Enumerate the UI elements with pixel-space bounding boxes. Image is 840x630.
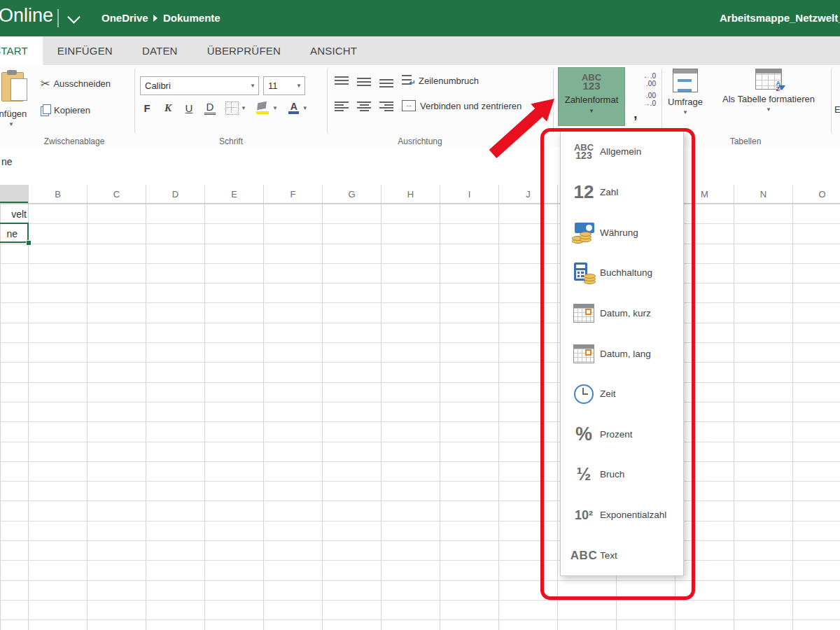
scissors-icon: ✂ [41,77,50,90]
cell-a2-text[interactable]: ne [0,225,18,243]
borders-button[interactable]: ▼ [225,102,246,115]
align-right-button[interactable] [379,102,393,113]
number-format-menu-item[interactable]: ABC Text [561,535,683,575]
paste-button[interactable]: Einfügen ▼ [0,69,32,129]
number-format-menu-item[interactable]: 10² Exponentialzahl [561,495,683,536]
cell-grid[interactable] [0,204,840,630]
fill-handle[interactable] [26,240,31,246]
number-format-menu-item[interactable]: ½ Bruch [561,454,683,495]
number-format-menu-item[interactable]: Datum, lang [561,333,683,374]
font-family-value: Calibri [141,80,247,91]
number-format-menu-item[interactable]: ABC 123 Allgemein [561,132,683,172]
number-format-menu-item[interactable]: Währung [561,212,683,253]
align-middle-button[interactable] [357,76,371,88]
clipboard-group-label: Zwischenablage [14,136,134,146]
paste-dropdown-arrow[interactable]: ▼ [8,122,14,127]
number-format-menu-item[interactable]: Zeit [561,374,683,414]
app-brand: Online [0,5,53,27]
wrap-text-label: Zeilenumbruch [419,76,479,86]
column-header[interactable]: E [204,185,263,203]
column-header[interactable]: F [263,185,322,203]
format-glyph-icon: 10² [575,509,593,522]
cell-a1-text[interactable]: velt [0,205,27,223]
copy-button[interactable]: Kopieren [41,104,90,115]
currency-icon [571,222,596,244]
cut-button[interactable]: ✂ Ausschneiden [41,77,111,90]
font-size-select[interactable]: 11 ▼ [263,76,305,95]
document-title[interactable]: Arbeitsmappe_Netzwelt_T [720,12,840,24]
breadcrumb-dokumente[interactable]: Dokumente [163,12,220,24]
chevron-down-icon: ▼ [714,107,823,113]
increase-decimal-button[interactable]: ←.0 .00 [628,72,656,88]
borders-icon [225,102,239,115]
breadcrumb-onedrive[interactable]: OneDrive [102,12,148,24]
number-format-menu-item[interactable]: Buchhaltung [561,253,683,293]
copy-label: Kopieren [54,105,90,115]
number-format-menu-item[interactable]: 12 Zahl [561,172,683,213]
format-as-table-button[interactable]: AZ Als Tabelle formatieren ▼ [714,69,823,113]
clipboard-paste-icon [1,70,28,102]
number-format-menu-item[interactable]: Datum, kurz [561,293,683,334]
column-header[interactable]: G [322,185,381,203]
column-header[interactable]: C [87,185,146,203]
chevron-down-icon: ▼ [247,83,258,89]
group-separator [553,69,554,133]
ribbon-tab-bar: START EINFÜGEN DATEN ÜBERPRÜFEN ANSICHT … [0,36,840,65]
italic-button[interactable]: K [162,102,174,114]
column-headers: B C D E F G H I J K L M [0,185,840,204]
ribbon-tab-label: ÜBERPRÜFEN [207,45,281,57]
bold-button[interactable]: F [141,102,153,114]
wrap-text-icon [402,75,414,86]
column-header[interactable]: O [792,185,840,203]
ribbon-tab[interactable]: EINFÜGEN [43,36,127,65]
decrease-decimal-button[interactable]: .00 →.0 [628,92,656,107]
ribbon-tab[interactable]: ÜBERPRÜFEN [192,36,295,65]
formula-bar[interactable]: ne [0,148,840,178]
ribbon-tab[interactable]: START [0,36,43,65]
app-header-bar: Online OneDrive Dokumente Arbeitsmappe_N… [0,0,840,36]
number-format-menu-item[interactable]: % Prozent [561,414,683,454]
column-header[interactable]: J [498,185,557,203]
group-separator [662,69,662,133]
align-left-button[interactable] [335,102,349,113]
merge-center-button[interactable]: ↔ Verbinden und zentrieren [402,100,522,111]
column-header[interactable]: I [440,185,498,203]
chevron-down-icon: ▼ [302,106,308,111]
wrap-text-button[interactable]: Zeilenumbruch [402,75,479,86]
align-bottom-button[interactable] [379,76,393,88]
fill-color-button[interactable]: ▼ [256,102,278,114]
font-family-select[interactable]: Calibri ▼ [140,76,259,95]
chevron-down-icon: ▼ [559,108,624,114]
column-header[interactable]: B [28,185,87,203]
number-format-button[interactable]: ABC 123 Zahlenformat ▼ [558,67,625,126]
clock-icon [574,384,594,404]
comma-style-button[interactable]: , [634,106,638,122]
column-header[interactable]: H [381,185,440,203]
group-separator [831,69,832,133]
calendar-icon [573,304,594,323]
font-color-button[interactable]: A▼ [288,102,308,114]
ribbon-tab[interactable]: DATEN [127,36,192,65]
menu-item-label: Zahl [600,187,618,197]
format-glyph-icon: ABC 123 [574,143,594,160]
align-top-button[interactable] [335,76,349,88]
align-center-button[interactable] [357,102,371,113]
column-header-a-selected[interactable] [0,185,28,203]
survey-button[interactable]: Umfrage ▼ [663,69,708,115]
ribbon-tabs: START EINFÜGEN DATEN ÜBERPRÜFEN ANSICHT [0,36,372,65]
font-color-icon: A [288,102,300,114]
chevron-down-icon: ▼ [663,110,708,115]
menu-item-label: Währung [600,227,638,238]
double-underline-button[interactable]: D [204,102,216,115]
brand-divider [57,9,59,27]
ribbon-tab[interactable]: ANSICHT [295,36,372,65]
column-header[interactable]: D [146,185,204,203]
chevron-down-icon: ▼ [293,83,304,89]
merge-center-icon: ↔ [402,100,416,111]
alignment-group-label: Ausrichtung [357,136,483,146]
underline-button[interactable]: U [183,102,195,114]
calendar-icon [573,344,594,363]
paste-label: Einfügen [0,108,27,119]
column-header[interactable]: N [734,185,792,203]
chevron-down-icon[interactable] [67,10,80,23]
